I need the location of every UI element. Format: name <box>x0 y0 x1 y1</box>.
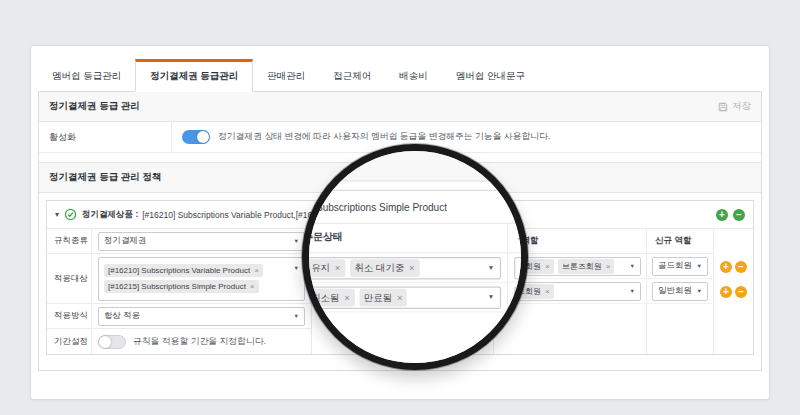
remove-condition-button[interactable]: − <box>735 261 747 273</box>
save-button[interactable]: 저장 <box>718 100 751 113</box>
remove-tag-icon[interactable]: × <box>545 287 550 296</box>
apply-mode-field: 항상 적용 ▼ <box>92 304 311 328</box>
save-label: 저장 <box>732 100 751 113</box>
new-role-header: 신규 역할 <box>647 229 713 254</box>
remove-rule-button[interactable]: − <box>733 209 745 221</box>
target-row: 적용대상 [#16210] Subscriptions Variable Pro… <box>47 254 311 304</box>
rule-type-label: 규칙종류 <box>47 229 92 253</box>
activate-description: 정기결제권 상태 변경에 따라 사용자의 멤버쉽 등급을 변경해주는 기능을 사… <box>218 131 550 143</box>
chevron-down-icon: ▼ <box>630 288 635 294</box>
rule-type-row: 규칙종류 정기결제권 ▼ <box>47 229 311 254</box>
column-filler <box>714 304 753 354</box>
rule-type-select[interactable]: 정기결제권 ▼ <box>98 232 305 251</box>
grade-section-title: 정기결제권 등급 관리 <box>49 100 140 113</box>
remove-tag-icon[interactable]: × <box>250 282 255 291</box>
tab-membership-grade[interactable]: 멤버쉽 등급관리 <box>38 61 135 91</box>
tab-bar: 멤버쉽 등급관리 정기결제권 등급관리 판매관리 접근제어 배송비 멤버쉽 안내… <box>31 46 769 91</box>
chevron-down-icon: ▼ <box>630 263 635 269</box>
apply-mode-select[interactable]: 항상 적용 ▼ <box>98 307 305 326</box>
rule-type-field: 정기결제권 ▼ <box>92 229 311 253</box>
rule-form: 규칙종류 정기결제권 ▼ 적용대상 <box>47 229 312 354</box>
actions-header <box>714 229 753 254</box>
policy-section-title: 정기결제권 등급 관리 정책 <box>49 171 161 184</box>
page-background: 멤버쉽 등급관리 정기결제권 등급관리 판매관리 접근제어 배송비 멤버쉽 안내… <box>0 0 800 415</box>
rule-status-check-icon <box>64 208 77 221</box>
tab-access-control[interactable]: 접근제어 <box>319 61 385 91</box>
tag-label: [#16215] Subscriptions Simple Product <box>108 282 246 291</box>
rule-title-prefix: 정기결제상품 : <box>82 209 138 221</box>
chevron-down-icon: ▼ <box>294 265 299 271</box>
new-role-select[interactable]: 골드회원 ▼ <box>652 257 708 276</box>
table-row: + − <box>714 279 753 304</box>
selected-tag: [#16210] Subscriptions Variable Product … <box>104 264 263 277</box>
remove-tag-icon[interactable]: × <box>606 262 611 271</box>
tab-membership-notice[interactable]: 멤버쉽 안내문구 <box>442 61 539 91</box>
selected-tag: 브론즈회원 × <box>558 259 615 274</box>
target-field: [#16210] Subscriptions Variable Product … <box>92 254 311 303</box>
toggle-knob <box>197 131 209 143</box>
save-icon <box>718 102 728 112</box>
new-role-value: 골드회원 <box>658 260 692 272</box>
apply-mode-row: 적용방식 항상 적용 ▼ <box>47 304 311 329</box>
table-row: 골드회원 ▼ <box>647 254 713 279</box>
chevron-down-icon: ▼ <box>697 288 702 294</box>
admin-card: 멤버쉽 등급관리 정기결제권 등급관리 판매관리 접근제어 배송비 멤버쉽 안내… <box>302 144 528 370</box>
target-multiselect[interactable]: [#16210] Subscriptions Variable Product … <box>98 257 305 301</box>
tag-label: [#16210] Subscriptions Variable Product <box>108 266 250 275</box>
collapse-caret-icon[interactable]: ▾ <box>55 210 59 219</box>
period-description: 규칙을 적용할 기간을 지정합니다. <box>133 336 266 348</box>
grade-section-header: 정기결제권 등급 관리 저장 <box>39 92 761 122</box>
activate-label: 활성화 <box>39 122 172 152</box>
new-role-select[interactable]: 일반회원 ▼ <box>652 282 708 301</box>
period-field: 규칙을 적용할 기간을 지정합니다. <box>92 329 311 354</box>
target-label: 적용대상 <box>47 254 92 303</box>
apply-mode-label: 적용방식 <box>47 304 92 328</box>
remove-tag-icon[interactable]: × <box>545 262 550 271</box>
add-rule-button[interactable]: + <box>716 209 728 221</box>
column-filler <box>647 304 713 354</box>
new-role-value: 일반회원 <box>658 285 692 297</box>
activate-toggle[interactable] <box>182 130 210 144</box>
rule-type-value: 정기결제권 <box>104 235 147 247</box>
tag-label: 브론즈회원 <box>562 261 602 272</box>
chevron-down-icon: ▼ <box>294 313 299 319</box>
add-condition-button[interactable]: + <box>720 286 732 298</box>
new-role-column: 신규 역할 골드회원 ▼ 일 <box>647 229 714 354</box>
target-tagline: [#16210] Subscriptions Variable Product … <box>104 264 263 277</box>
remove-tag-icon[interactable]: × <box>254 266 259 275</box>
chevron-down-icon: ▼ <box>697 263 702 269</box>
toggle-knob <box>99 336 111 348</box>
tab-sales[interactable]: 판매관리 <box>253 61 319 91</box>
target-tagline: [#16215] Subscriptions Simple Product × <box>104 280 259 293</box>
add-condition-button[interactable]: + <box>720 261 732 273</box>
period-toggle[interactable] <box>98 335 126 349</box>
period-label: 기간설정 <box>47 329 92 354</box>
lens-world: 멤버쉽 등급관리 정기결제권 등급관리 판매관리 접근제어 배송비 멤버쉽 안내… <box>302 144 528 370</box>
table-row: + − <box>714 254 753 279</box>
tab-shipping-fee[interactable]: 배송비 <box>385 61 442 91</box>
activate-content: 정기결제권 상태 변경에 따라 사용자의 멤버쉽 등급을 변경해주는 기능을 사… <box>172 122 761 152</box>
selected-tag: [#16215] Subscriptions Simple Product × <box>104 280 259 293</box>
row-actions-column: + − + − <box>714 229 753 354</box>
magnifier-overlay: 멤버쉽 등급관리 정기결제권 등급관리 판매관리 접근제어 배송비 멤버쉽 안내… <box>302 144 528 370</box>
table-row: 일반회원 ▼ <box>647 279 713 304</box>
period-row: 기간설정 규칙을 적용할 기간을 지정합니다. <box>47 329 311 354</box>
remove-condition-button[interactable]: − <box>735 286 747 298</box>
chevron-down-icon: ▼ <box>294 238 299 244</box>
column-filler <box>494 304 646 354</box>
apply-mode-value: 항상 적용 <box>104 310 140 322</box>
tab-subscription-grade[interactable]: 정기결제권 등급관리 <box>135 59 253 92</box>
